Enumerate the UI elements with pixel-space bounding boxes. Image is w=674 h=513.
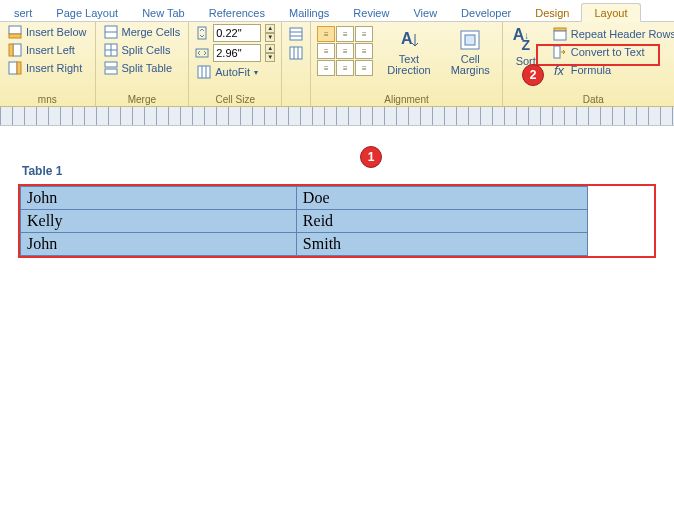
text-direction-button[interactable]: A Text Direction bbox=[381, 26, 436, 78]
table-cell[interactable]: John bbox=[21, 187, 297, 210]
tab-view[interactable]: View bbox=[401, 4, 449, 21]
split-table-label: Split Table bbox=[122, 62, 173, 74]
cell-margins-icon bbox=[458, 28, 482, 52]
tab-insert[interactable]: sert bbox=[2, 4, 44, 21]
row-height-icon bbox=[195, 26, 209, 40]
table-cell[interactable]: John bbox=[21, 233, 297, 256]
table-cell[interactable]: Kelly bbox=[21, 210, 297, 233]
split-table-icon bbox=[104, 61, 118, 75]
text-direction-label: Text Direction bbox=[387, 54, 430, 76]
table-caption: Table 1 bbox=[22, 164, 656, 178]
cell-size-group-label: Cell Size bbox=[195, 92, 275, 106]
ribbon: Insert Below Insert Left Insert Right mn… bbox=[0, 22, 674, 107]
highlight-convert-to-text bbox=[536, 44, 660, 66]
callout-1: 1 bbox=[360, 146, 382, 168]
svg-rect-4 bbox=[9, 62, 17, 74]
svg-rect-0 bbox=[9, 26, 21, 34]
align-bot-center[interactable]: ≡ bbox=[336, 60, 354, 76]
alignment-grid: ≡ ≡ ≡ ≡ ≡ ≡ ≡ ≡ ≡ bbox=[317, 26, 373, 76]
insert-below-button[interactable]: Insert Below bbox=[6, 24, 89, 40]
align-bot-right[interactable]: ≡ bbox=[355, 60, 373, 76]
split-cells-button[interactable]: Split Cells bbox=[102, 42, 183, 58]
insert-below-label: Insert Below bbox=[26, 26, 87, 38]
align-top-center[interactable]: ≡ bbox=[336, 26, 354, 42]
tab-design[interactable]: Design bbox=[523, 4, 581, 21]
callout-2: 2 bbox=[522, 64, 544, 86]
insert-right-button[interactable]: Insert Right bbox=[6, 60, 89, 76]
svg-rect-3 bbox=[9, 44, 13, 56]
tab-new-tab[interactable]: New Tab bbox=[130, 4, 197, 21]
width-up[interactable]: ▲ bbox=[265, 44, 275, 53]
svg-rect-2 bbox=[13, 44, 21, 56]
svg-rect-21 bbox=[290, 47, 302, 59]
table-row: KellyReid bbox=[21, 210, 588, 233]
repeat-header-button[interactable]: Repeat Header Rows bbox=[551, 26, 674, 42]
repeat-header-icon bbox=[553, 27, 567, 41]
highlight-table: JohnDoe KellyReid JohnSmith bbox=[18, 184, 656, 258]
svg-rect-26 bbox=[465, 35, 475, 45]
insert-right-label: Insert Right bbox=[26, 62, 82, 74]
insert-below-icon bbox=[8, 25, 22, 39]
ribbon-tabs: sert Page Layout New Tab References Mail… bbox=[0, 0, 674, 22]
split-table-button[interactable]: Split Table bbox=[102, 60, 183, 76]
align-mid-center[interactable]: ≡ bbox=[336, 43, 354, 59]
cell-margins-label: Cell Margins bbox=[451, 54, 490, 76]
selected-table[interactable]: JohnDoe KellyReid JohnSmith bbox=[20, 186, 588, 256]
tab-layout[interactable]: Layout bbox=[581, 3, 640, 22]
width-down[interactable]: ▼ bbox=[265, 53, 275, 62]
svg-text:A: A bbox=[401, 30, 413, 47]
merge-cells-label: Merge Cells bbox=[122, 26, 181, 38]
distribute-cols-icon[interactable] bbox=[288, 45, 304, 61]
align-top-right[interactable]: ≡ bbox=[355, 26, 373, 42]
align-mid-right[interactable]: ≡ bbox=[355, 43, 373, 59]
cell-margins-button[interactable]: Cell Margins bbox=[445, 26, 496, 78]
text-direction-icon: A bbox=[397, 28, 421, 52]
table-row: JohnSmith bbox=[21, 233, 588, 256]
rows-columns-group-label: mns bbox=[6, 92, 89, 106]
insert-left-button[interactable]: Insert Left bbox=[6, 42, 89, 58]
table-cell[interactable]: Doe bbox=[296, 187, 587, 210]
horizontal-ruler[interactable] bbox=[0, 107, 674, 126]
row-height-input[interactable] bbox=[213, 24, 261, 42]
split-cells-label: Split Cells bbox=[122, 44, 171, 56]
svg-rect-12 bbox=[105, 69, 117, 74]
document-area: Table 1 1 JohnDoe KellyReid JohnSmith Co… bbox=[0, 126, 674, 288]
repeat-header-label: Repeat Header Rows bbox=[571, 28, 674, 40]
row-height-control: ▲▼ bbox=[195, 24, 275, 42]
svg-rect-18 bbox=[290, 28, 302, 40]
autofit-label: AutoFit bbox=[215, 66, 250, 78]
align-bot-left[interactable]: ≡ bbox=[317, 60, 335, 76]
tab-mailings[interactable]: Mailings bbox=[277, 4, 341, 21]
insert-left-icon bbox=[8, 43, 22, 57]
svg-rect-28 bbox=[554, 31, 566, 40]
merge-group-label: Merge bbox=[102, 92, 183, 106]
col-width-control: ▲▼ bbox=[195, 44, 275, 62]
align-mid-left[interactable]: ≡ bbox=[317, 43, 335, 59]
dropdown-arrow-icon: ▾ bbox=[254, 68, 258, 77]
align-top-left[interactable]: ≡ bbox=[317, 26, 335, 42]
table-cell[interactable]: Reid bbox=[296, 210, 587, 233]
tab-review[interactable]: Review bbox=[341, 4, 401, 21]
svg-rect-1 bbox=[9, 34, 21, 38]
tab-developer[interactable]: Developer bbox=[449, 4, 523, 21]
tab-page-layout[interactable]: Page Layout bbox=[44, 4, 130, 21]
col-width-input[interactable] bbox=[213, 44, 261, 62]
sort-icon: A↓ Z bbox=[513, 28, 539, 54]
svg-rect-13 bbox=[198, 27, 206, 39]
height-down[interactable]: ▼ bbox=[265, 33, 275, 42]
svg-rect-5 bbox=[17, 62, 21, 74]
svg-rect-15 bbox=[198, 66, 210, 78]
autofit-icon bbox=[197, 65, 211, 79]
table-row: JohnDoe bbox=[21, 187, 588, 210]
insert-left-label: Insert Left bbox=[26, 44, 75, 56]
merge-cells-icon bbox=[104, 25, 118, 39]
merge-cells-button[interactable]: Merge Cells bbox=[102, 24, 183, 40]
table-cell[interactable]: Smith bbox=[296, 233, 587, 256]
autofit-button[interactable]: AutoFit ▾ bbox=[195, 64, 275, 80]
height-up[interactable]: ▲ bbox=[265, 24, 275, 33]
split-cells-icon bbox=[104, 43, 118, 57]
col-width-icon bbox=[195, 46, 209, 60]
svg-rect-14 bbox=[196, 49, 208, 57]
distribute-rows-icon[interactable] bbox=[288, 26, 304, 42]
tab-references[interactable]: References bbox=[197, 4, 277, 21]
